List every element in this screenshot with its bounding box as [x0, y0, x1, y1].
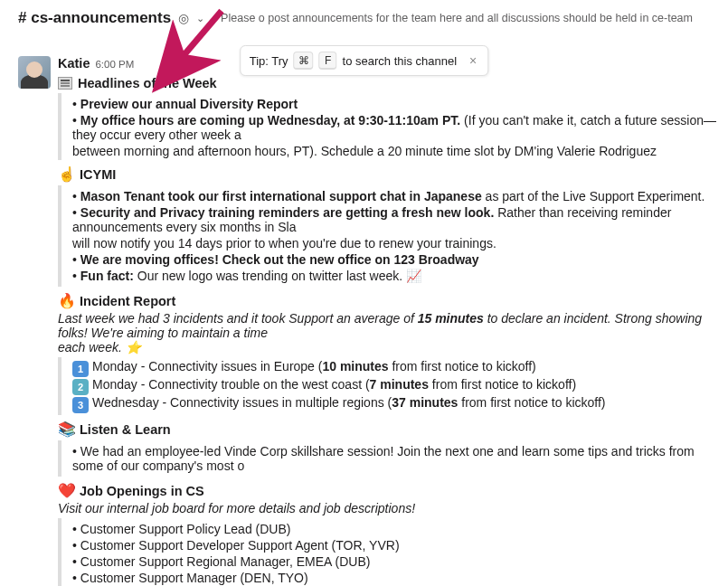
chevron-down-icon[interactable]: ⌄ [196, 13, 204, 24]
channel-name[interactable]: # cs-announcements [18, 9, 171, 27]
list-item: Customer Support Manager (DEN, TYO) [72, 571, 728, 585]
list-item: 3Wednesday - Connectivity issues in mult… [72, 395, 728, 413]
section-incident: 🔥 Incident Report Last week we had 3 inc… [58, 292, 728, 415]
channel-header: # cs-announcements ◎ ⌄ Please o post ann… [0, 0, 728, 33]
close-icon[interactable]: × [468, 53, 478, 68]
kbd-f: F [319, 52, 337, 70]
avatar[interactable] [18, 56, 51, 89]
list-item-cont: between morning and afternoon hours, PT)… [72, 144, 728, 158]
section-title: Incident Report [80, 294, 175, 308]
fire-icon: 🔥 [58, 292, 74, 309]
num-1-icon: 1 [72, 361, 89, 377]
tip-suffix: to search this channel [343, 54, 457, 68]
section-title: ICYMI [80, 167, 116, 182]
num-3-icon: 3 [72, 397, 89, 413]
message-row: Katie 6:00 PM Headlines of the Week Prev… [0, 51, 728, 586]
section-intro: Visit our internal job board for more de… [58, 501, 728, 515]
channel-topic: Please o post announcements for the team… [221, 12, 693, 24]
list-item: Customer Support Developer Support Agent… [72, 538, 728, 553]
num-2-icon: 2 [72, 379, 89, 395]
section-intro-cont: each week. ⭐ [58, 340, 728, 354]
section-title: Listen & Learn [80, 422, 171, 437]
people-icon[interactable]: ◎ [178, 11, 189, 25]
section-listen: 📚 Listen & Learn We had an employee-led … [58, 421, 728, 477]
list-item: We are moving offices! Check out the new… [72, 252, 728, 267]
list-item: Customer Support Regional Manager, EMEA … [72, 554, 728, 569]
list-item: 2Monday - Connectivity trouble on the we… [72, 377, 728, 395]
list-item-cont: will now notify you 14 days prior to whe… [72, 236, 728, 250]
point-up-icon: ☝️ [58, 165, 74, 183]
section-intro: Last week we had 3 incidents and it took… [58, 311, 728, 340]
tip-prefix: Tip: Try [250, 54, 288, 68]
list-item: My office hours are coming up Wednesday,… [72, 113, 728, 142]
search-tip-bar: Tip: Try ⌘ F to search this channel × [240, 45, 489, 76]
list-item: Mason Tenant took our first internationa… [72, 189, 728, 203]
newspaper-icon [58, 77, 72, 90]
section-jobs: ❤️ Job Openings in CS Visit our internal… [58, 482, 728, 586]
list-item: 1Monday - Connectivity issues in Europe … [72, 359, 728, 377]
message-time: 6:00 PM [95, 59, 134, 70]
section-headlines: Headlines of the Week Preview our annual… [58, 76, 728, 160]
section-title: Headlines of the Week [78, 76, 217, 90]
list-item: Preview our annual Diversity Report [72, 97, 728, 111]
books-icon: 📚 [58, 421, 74, 438]
sender-name[interactable]: Katie [58, 56, 90, 71]
section-title: Job Openings in CS [80, 484, 204, 498]
list-item: Security and Privacy training reminders … [72, 205, 728, 234]
section-icymi: ☝️ ICYMI Mason Tenant took our first int… [58, 165, 728, 287]
list-item: Fun fact: Our new logo was trending on t… [72, 269, 728, 283]
list-item: Customer Support Policy Lead (DUB) [72, 522, 728, 536]
kbd-cmd: ⌘ [294, 52, 314, 70]
heart-icon: ❤️ [58, 482, 74, 499]
list-item: We had an employee-led Vinde Corp skills… [72, 444, 728, 473]
